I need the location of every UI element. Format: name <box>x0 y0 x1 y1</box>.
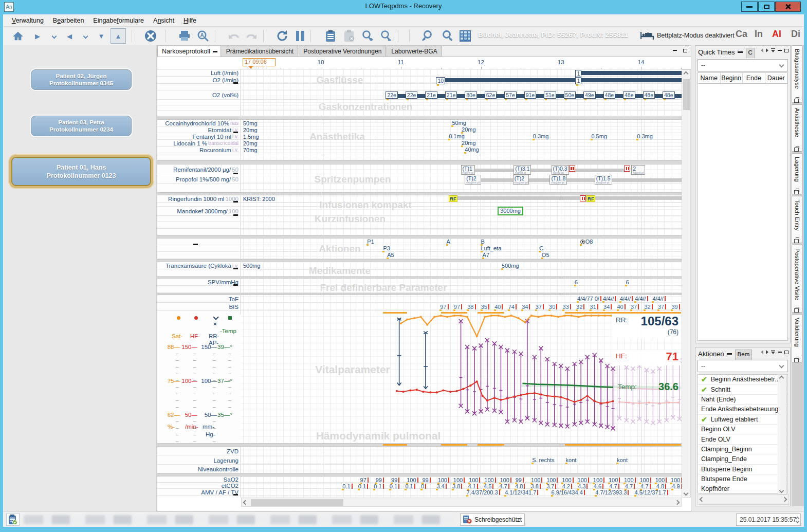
aktionen-list-item[interactable]: Clamping_Ende <box>698 454 787 464</box>
patient-button-2[interactable]: Patient 03, PetraProtokollnummer 0234 <box>31 116 132 136</box>
tab-scroll-right-icon[interactable] <box>766 350 768 354</box>
dock-icon[interactable] <box>771 350 775 354</box>
side-tab-postoperative-visite[interactable]: Postoperative Visite <box>792 245 803 313</box>
patient-button-1[interactable]: Patient 02, JürgenProtokollnummer 0345 <box>31 69 132 90</box>
dock-icon[interactable] <box>771 48 775 52</box>
panel-minimize-button[interactable] <box>671 47 678 53</box>
scroll-down-button[interactable]: ▼ <box>94 28 109 44</box>
step-forward-button[interactable]: ▶ <box>30 28 45 44</box>
refresh-button[interactable] <box>274 28 290 44</box>
aktionen-list-item[interactable]: ✔Luftweg etabliert <box>698 415 787 425</box>
tab-scroll-left-icon[interactable] <box>761 350 763 354</box>
panel-maximize-button[interactable] <box>682 47 689 53</box>
maximize-icon[interactable] <box>784 49 788 52</box>
aktionen-list-item[interactable]: Clamping_Beginn <box>698 445 787 454</box>
vscroll-thumb[interactable] <box>683 79 690 110</box>
menu-item-ansicht[interactable]: Ansicht <box>149 15 179 26</box>
pause-button[interactable] <box>292 28 308 44</box>
menu-item-verwaltung[interactable]: Verwaltung <box>7 15 48 26</box>
scroll-up-icon[interactable] <box>684 72 688 76</box>
aktionen-list-item[interactable]: ✔Schnitt <box>698 384 787 394</box>
tab-postoperative-verordnungen[interactable]: Postoperative Verordnungen <box>299 46 386 57</box>
aktionen-list-item[interactable]: Ende OLV <box>698 434 787 444</box>
search-forward-button[interactable] <box>439 28 454 44</box>
expand2-button[interactable] <box>78 28 93 44</box>
side-tab-lagerung[interactable]: Lagerung <box>792 153 803 194</box>
shortcut-Di[interactable]: Di <box>791 29 800 40</box>
protocol-hscrollbar[interactable] <box>241 498 682 507</box>
column-header-beginn[interactable]: Beginn <box>721 73 743 83</box>
home-button[interactable] <box>10 28 26 44</box>
readonly-indicator[interactable]: Schreibgeschützt <box>460 513 525 526</box>
side-tab-validierung[interactable]: Validierung <box>792 314 803 362</box>
column-header-ende[interactable]: Ende <box>743 73 765 83</box>
minimize-icon[interactable] <box>778 352 782 353</box>
shortcut-Ca[interactable]: Ca <box>736 29 747 40</box>
scroll-right-icon[interactable] <box>675 501 679 504</box>
column-header-dauer[interactable]: Dauer <box>765 73 788 83</box>
hscroll-thumb[interactable] <box>251 499 343 506</box>
aktionen-list-item[interactable]: Naht (Ende) <box>698 395 787 405</box>
datetime-spinner[interactable]: 25.01.2017 15:35:57 <box>736 513 801 526</box>
aktionen-list-item[interactable]: Kopfhörer <box>698 484 787 493</box>
hour-label-14: 14 <box>633 59 649 65</box>
scroll-up-button[interactable]: ▲ <box>111 28 126 44</box>
back-button[interactable]: ◀ <box>62 28 77 44</box>
aktionen-list-item[interactable]: Blutsperre Beginn <box>698 465 787 474</box>
shortcut-AI[interactable]: AI <box>772 29 781 40</box>
expand-button[interactable] <box>46 28 62 44</box>
collapse-icon[interactable] <box>727 353 732 355</box>
aktionen-list-item[interactable]: Beginn OLV <box>698 425 787 434</box>
redo-button[interactable] <box>244 28 259 44</box>
aktionen-hscrollbar[interactable] <box>698 494 789 505</box>
quick-times-tab[interactable]: C <box>746 48 755 58</box>
tab-narkoseprotokoll[interactable]: Narkoseprotokoll <box>157 46 221 57</box>
maximize-icon[interactable] <box>784 351 788 354</box>
side-tab-an-sthesie[interactable]: Anästhesie <box>792 104 803 152</box>
aktionen-vscrollbar[interactable] <box>778 374 787 494</box>
tab-scroll-left-icon[interactable] <box>761 48 763 52</box>
print-button[interactable] <box>177 28 192 44</box>
minimize-button[interactable] <box>741 2 758 12</box>
zoom-in-button[interactable] <box>360 28 375 44</box>
side-tab-blutgasanalyse[interactable]: Blutgasanalyse <box>792 45 803 103</box>
patient-button-3[interactable]: Patient 01, HansProtokollnummer 0123 <box>11 157 151 186</box>
protocol-vscrollbar[interactable] <box>682 69 691 498</box>
shortcut-In[interactable]: In <box>755 29 763 40</box>
undo-button[interactable] <box>226 28 242 44</box>
minimize-icon[interactable] <box>778 50 782 51</box>
side-tab-touch-entry[interactable]: Touch Entry <box>792 196 803 243</box>
scroll-down-icon[interactable] <box>780 489 783 492</box>
tab-scroll-right-icon[interactable] <box>766 48 768 52</box>
scroll-down-icon[interactable] <box>684 491 688 495</box>
sao2-value: 100 <box>655 477 665 483</box>
tab-laborwerte-bga[interactable]: Laborwerte-BGA <box>387 46 442 57</box>
grid-view-button[interactable] <box>457 28 473 44</box>
close-button[interactable] <box>775 2 801 12</box>
menu-item-hilfe[interactable]: Hilfe <box>179 15 201 26</box>
print-preview-button[interactable]: A <box>195 28 211 44</box>
maximize-button[interactable] <box>758 2 775 12</box>
menu-item-eingabeformulare[interactable]: Eingabeformulare <box>88 15 149 26</box>
search-back-button[interactable] <box>420 28 436 44</box>
menu-item-bearbeiten[interactable]: Bearbeiten <box>48 15 88 26</box>
tab-pr-medikations-bersicht[interactable]: Prämedikationsübersicht <box>222 46 298 57</box>
protocol-clipboard-button[interactable] <box>323 28 338 44</box>
quick-times-table-body[interactable] <box>698 84 788 341</box>
scroll-left-icon[interactable] <box>700 498 704 501</box>
column-header-name[interactable]: Name <box>698 73 721 83</box>
scroll-up-icon[interactable] <box>780 376 783 380</box>
aktionen-list-item[interactable]: Ende Anästhesiebetreuung <box>698 405 787 414</box>
aktionen-list-item[interactable]: ✔Beginn Anästhesiebetr... <box>698 375 787 384</box>
collapse-icon[interactable] <box>738 51 743 53</box>
spinner-arrows[interactable] <box>796 517 799 523</box>
cancel-button[interactable] <box>143 28 158 44</box>
scroll-right-icon[interactable] <box>783 498 786 501</box>
scroll-left-icon[interactable] <box>244 501 247 504</box>
aktionen-tab-bem[interactable]: Bem <box>735 350 753 360</box>
aktionen-filter-dropdown[interactable]: -- <box>698 360 788 372</box>
quick-times-filter-dropdown[interactable]: -- <box>698 59 788 71</box>
clipboard-disabled-button[interactable] <box>341 28 357 44</box>
zoom-out-button[interactable] <box>378 28 394 44</box>
aktionen-list-item[interactable]: Blutsperre Ende <box>698 474 787 484</box>
